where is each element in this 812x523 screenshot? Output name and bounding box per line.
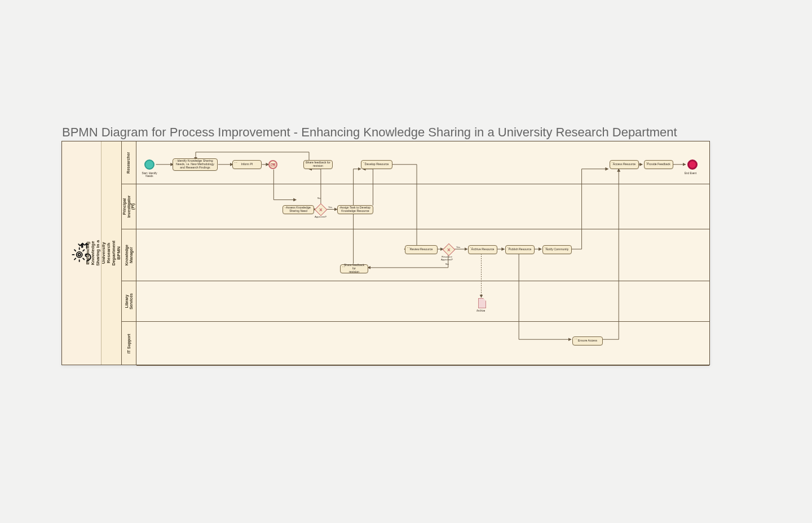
task-assign-task: ⌄⌄Assign Task to Develop Knowledge Resou… [337, 205, 373, 214]
lane-pi [136, 184, 709, 229]
lane-label-researcher: Researcher [127, 152, 131, 173]
task-identify-needs: ⌄⌄Identify Knowledge Sharing Needs, i.e.… [173, 158, 218, 171]
data-object-archive-label: Archive [476, 309, 485, 312]
lane-km [136, 229, 709, 281]
page-title: BPMN Diagram for Process Improvement - E… [62, 125, 677, 140]
gateway-approved-label: Approved? [315, 216, 326, 219]
task-notify-community: ⌄⌄Notify Community [542, 245, 572, 254]
edge-label-no-1: No [317, 197, 321, 200]
lane-label-column: Researcher Principal Investigator (PI) K… [122, 141, 136, 365]
lane-label-it: IT Support [127, 334, 131, 354]
task-archive-resource: ⌄⌄Archive Resource [468, 245, 497, 254]
task-provide-feedback: ⌄⌄Provide Feedback [644, 160, 673, 169]
edge-label-yes-1: Yes [328, 206, 332, 209]
end-event-label: End Event [685, 172, 696, 175]
task-review-resource: ⌄⌄Review Resource [405, 245, 438, 254]
svg-point-1 [78, 254, 80, 256]
edge-label-yes-2: Yes [456, 246, 460, 249]
task-ensure-access: ⌄⌄Ensure Access [572, 336, 603, 345]
intermediate-message-event [268, 160, 277, 169]
lane-label-lib: Library Services [125, 293, 133, 309]
pool-label-column: Enhancing Knowledge Sharing in a Univers… [102, 141, 122, 365]
lane-label-km: Knowledge Manager [125, 245, 133, 265]
start-event-label: Start: Identify Needs [138, 172, 161, 178]
diagram-canvas: Start: Identify Needs ⌄⌄Identify Knowled… [136, 141, 709, 365]
task-inform-pi: ⌄⌄Inform PI [232, 160, 262, 169]
lane-lib [136, 281, 709, 322]
lane-label-pi: Principal Investigator (PI) [122, 196, 135, 218]
gateway-resource-approved-label: Resource Approved? [441, 256, 453, 262]
lane-it [136, 322, 709, 366]
task-develop-resource: ⌄⌄Develop Resource [361, 160, 392, 169]
task-access-resource: ⌄⌄Access Resource [610, 160, 639, 169]
task-share-feedback-km: ⌄⌄Share feedback for revision [340, 264, 368, 273]
task-share-feedback-researcher: ⌄⌄Share feedback for revision [303, 160, 333, 169]
bpmn-diagram: Enhancing Knowledge Sharing in a Univers… [61, 141, 710, 365]
start-event [144, 159, 155, 170]
task-publish-resource: ⌄⌄Publish Resource [505, 245, 535, 254]
task-assess-need: ⌄⌄Assess Knowledge Sharing Need [283, 205, 314, 214]
svg-point-0 [76, 252, 82, 258]
data-object-archive [478, 298, 486, 308]
edge-label-no-2: No [445, 263, 449, 265]
end-event [687, 159, 698, 170]
